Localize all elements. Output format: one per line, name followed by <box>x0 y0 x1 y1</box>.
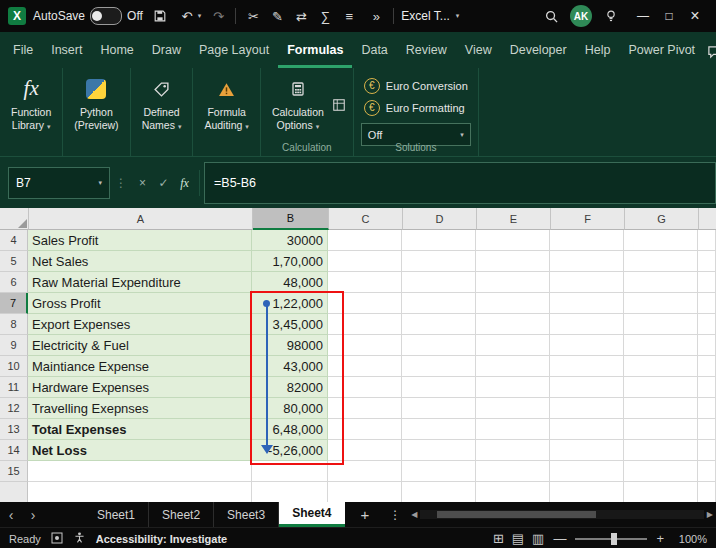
formula-auditing-button[interactable]: Formula Auditing▾ <box>200 76 252 131</box>
cell-F11[interactable] <box>550 377 624 398</box>
cell-A5[interactable]: Net Sales <box>28 251 252 272</box>
cell-F10[interactable] <box>550 356 624 377</box>
cell-A9[interactable]: Electricity & Fuel <box>28 335 252 356</box>
cell-F4[interactable] <box>550 230 624 251</box>
cell-B9[interactable]: 98000 <box>252 335 328 356</box>
autosum-icon[interactable]: ∑ <box>315 5 335 27</box>
cell-E6[interactable] <box>476 272 550 293</box>
row-header-5[interactable]: 5 <box>0 251 28 272</box>
cancel-icon[interactable]: × <box>132 171 153 195</box>
cell-B6[interactable]: 48,000 <box>252 272 328 293</box>
column-header-G[interactable]: G <box>625 208 699 230</box>
ribbon-tab-review[interactable]: Review <box>397 36 456 68</box>
cell-E13[interactable] <box>476 419 550 440</box>
page-break-view-icon[interactable]: ▥ <box>532 532 544 545</box>
cell-G13[interactable] <box>624 419 698 440</box>
cell-A4[interactable]: Sales Profit <box>28 230 252 251</box>
autosave-control[interactable]: AutoSave Off <box>33 7 143 25</box>
zoom-slider[interactable] <box>575 538 647 540</box>
search-icon[interactable] <box>541 5 561 27</box>
cell-C8[interactable] <box>328 314 402 335</box>
cell-E[interactable] <box>476 482 550 502</box>
cell-D15[interactable] <box>402 461 476 482</box>
row-header-10[interactable]: 10 <box>0 356 28 377</box>
cell-B10[interactable]: 43,000 <box>252 356 328 377</box>
enter-icon[interactable]: ✓ <box>153 171 174 195</box>
cell-A10[interactable]: Maintiance Expense <box>28 356 252 377</box>
cell-E12[interactable] <box>476 398 550 419</box>
draw-icon[interactable]: ✎ <box>267 5 287 27</box>
scrollbar-track[interactable] <box>420 510 703 519</box>
cell-G4[interactable] <box>624 230 698 251</box>
redo-icon[interactable]: ↷ <box>208 5 228 27</box>
cell-G8[interactable] <box>624 314 698 335</box>
euro-conversion-button[interactable]: € Euro Conversion <box>361 76 471 95</box>
cell-D14[interactable] <box>402 440 476 461</box>
ribbon-tab-file[interactable]: File <box>4 36 42 68</box>
cell-C14[interactable] <box>328 440 402 461</box>
defined-names-button[interactable]: Defined Names▾ <box>138 76 186 131</box>
cell-D7[interactable] <box>402 293 476 314</box>
cell-E5[interactable] <box>476 251 550 272</box>
close-button[interactable]: × <box>682 0 708 32</box>
euro-formatting-button[interactable]: € Euro Formatting <box>361 98 471 117</box>
ribbon-tab-view[interactable]: View <box>456 36 501 68</box>
cell-B11[interactable]: 82000 <box>252 377 328 398</box>
insert-function-icon[interactable]: fx <box>174 171 195 195</box>
cell-E11[interactable] <box>476 377 550 398</box>
scrollbar-thumb[interactable] <box>437 511 596 518</box>
new-sheet-button[interactable]: + <box>361 506 370 523</box>
cell-D9[interactable] <box>402 335 476 356</box>
sheet-tab-sheet3[interactable]: Sheet3 <box>214 502 279 527</box>
row-header-12[interactable]: 12 <box>0 398 28 419</box>
cell-F13[interactable] <box>550 419 624 440</box>
column-header-F[interactable]: F <box>551 208 625 230</box>
cell-C11[interactable] <box>328 377 402 398</box>
cell-B13[interactable]: 6,48,000 <box>252 419 328 440</box>
ribbon-tab-page-layout[interactable]: Page Layout <box>190 36 278 68</box>
column-header-D[interactable]: D <box>403 208 477 230</box>
cell-A12[interactable]: Travelling Exepnses <box>28 398 252 419</box>
row-header-7[interactable]: 7 <box>0 293 28 314</box>
sheet-nav-left-icon[interactable]: ‹ <box>0 507 22 523</box>
cell-E14[interactable] <box>476 440 550 461</box>
cell-E9[interactable] <box>476 335 550 356</box>
cell-A8[interactable]: Export Expenses <box>28 314 252 335</box>
cell-A6[interactable]: Raw Material Expenditure <box>28 272 252 293</box>
cell-E4[interactable] <box>476 230 550 251</box>
autosave-toggle[interactable] <box>90 7 122 25</box>
cut-icon[interactable]: ✂ <box>243 5 263 27</box>
cell-G6[interactable] <box>624 272 698 293</box>
calculation-options-button[interactable]: Calculation Options▾ <box>268 76 328 131</box>
zoom-out-icon[interactable]: — <box>553 532 566 545</box>
excel-logo-icon[interactable]: X <box>8 7 26 25</box>
cell-D5[interactable] <box>402 251 476 272</box>
lightbulb-icon[interactable] <box>601 5 621 27</box>
cell-B[interactable] <box>252 482 328 502</box>
ribbon-tab-insert[interactable]: Insert <box>42 36 91 68</box>
row-header-[interactable] <box>0 482 28 502</box>
cell-C9[interactable] <box>328 335 402 356</box>
avatar[interactable]: AK <box>570 5 592 27</box>
row-header-4[interactable]: 4 <box>0 230 28 251</box>
save-icon[interactable] <box>150 5 170 27</box>
zoom-in-icon[interactable]: + <box>656 532 664 545</box>
scroll-right-icon[interactable]: ▶ <box>707 510 713 519</box>
switch-windows-icon[interactable]: ⇄ <box>291 5 311 27</box>
cell-A7[interactable]: Gross Profit <box>28 293 252 314</box>
accessibility-status[interactable]: Accessibility: Investigate <box>96 533 227 545</box>
ribbon-tab-home[interactable]: Home <box>91 36 142 68</box>
column-header-B[interactable]: B <box>253 208 329 230</box>
cell-C[interactable] <box>328 482 402 502</box>
macro-recording-icon[interactable] <box>51 532 63 546</box>
cell-A15[interactable] <box>28 461 252 482</box>
cell-F6[interactable] <box>550 272 624 293</box>
cell-A[interactable] <box>28 482 252 502</box>
ribbon-tab-formulas[interactable]: Formulas <box>278 36 352 68</box>
cell-D4[interactable] <box>402 230 476 251</box>
sheet-tab-sheet1[interactable]: Sheet1 <box>84 502 149 527</box>
name-box[interactable]: B7 ▾ <box>8 167 110 199</box>
menu-icon[interactable]: ≡ <box>339 5 359 27</box>
cell-D11[interactable] <box>402 377 476 398</box>
formula-input[interactable]: =B5-B6 <box>204 162 716 204</box>
